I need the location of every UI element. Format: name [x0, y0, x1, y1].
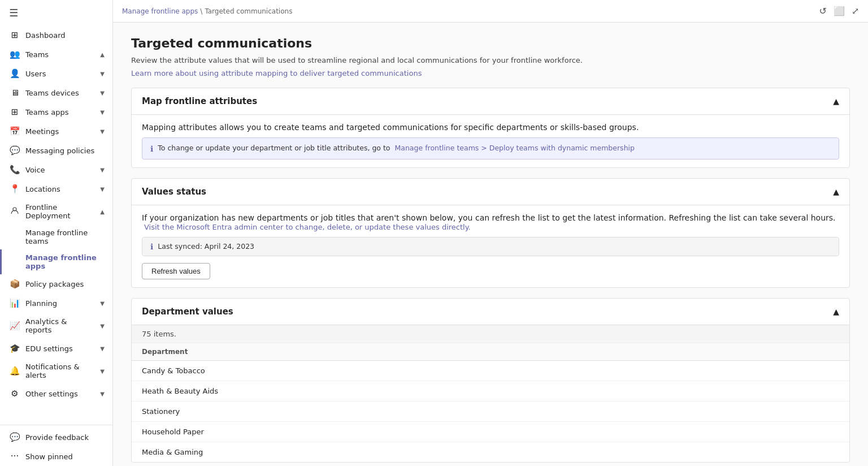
sync-text: Last synced: April 24, 2023 [158, 242, 254, 251]
sidebar-item-analytics[interactable]: 📈 Analytics & reports ▼ [0, 313, 112, 339]
sidebar-item-label: EDU settings [25, 344, 94, 353]
voice-icon: 📞 [10, 165, 20, 175]
dashboard-icon: ⊞ [10, 30, 20, 40]
sidebar-item-locations[interactable]: 📍 Locations ▼ [0, 179, 112, 199]
map-attributes-body: Mapping attributes allows you to create … [132, 115, 849, 167]
info-text: To change or update your department or j… [158, 144, 635, 152]
users-icon: 👤 [10, 68, 20, 79]
pinned-icon: ··· [10, 451, 20, 461]
sidebar-item-frontline[interactable]: Frontline Deployment ▲ [0, 199, 112, 225]
sidebar-item-label: Teams devices [25, 89, 94, 97]
sidebar-item-label: Analytics & reports [25, 317, 94, 334]
policy-icon: 📦 [10, 279, 20, 289]
entra-link[interactable]: Visit the Microsoft Entra admin center t… [144, 223, 471, 231]
expand-icon[interactable]: ⤢ [852, 6, 859, 16]
sidebar-item-dashboard[interactable]: ⊞ Dashboard [0, 25, 112, 45]
devices-icon: 🖥 [10, 88, 20, 98]
dept-cell: Household Paper [132, 421, 849, 442]
sidebar-item-notifications[interactable]: 🔔 Notifications & alerts ▼ [0, 358, 112, 384]
sidebar-item-label: Show pinned [25, 452, 105, 461]
sidebar-item-label: Dashboard [25, 31, 105, 40]
map-attributes-desc: Mapping attributes allows you to create … [142, 123, 839, 132]
window-icon[interactable]: ⬜ [834, 6, 845, 16]
table-row: Candy & Tobacco [132, 360, 849, 381]
sidebar-item-other-settings[interactable]: ⚙ Other settings ▼ [0, 384, 112, 403]
info-icon: ℹ [150, 144, 153, 153]
values-status-body: If your organization has new departments… [132, 205, 849, 287]
sidebar-item-label: Voice [25, 166, 94, 174]
settings-icon: ⚙ [10, 389, 20, 399]
sidebar-item-teams[interactable]: 👥 Teams ▲ [0, 45, 112, 64]
table-row: Media & Gaming [132, 442, 849, 462]
sidebar-item-label: Teams [25, 50, 94, 59]
frontline-icon [10, 206, 20, 217]
sidebar-item-show-pinned[interactable]: ··· Show pinned [0, 447, 112, 466]
hamburger-menu[interactable]: ☰ [0, 0, 112, 25]
sidebar-item-label: Frontline Deployment [25, 203, 94, 220]
sidebar-item-teams-apps[interactable]: ⊞ Teams apps ▼ [0, 102, 112, 122]
sidebar-item-messaging[interactable]: 💬 Messaging policies [0, 141, 112, 160]
sidebar-sub-manage-frontline-teams[interactable]: Manage frontline teams [0, 225, 112, 249]
table-row: Household Paper [132, 421, 849, 442]
map-attributes-section: Map frontline attributes ▲ Mapping attri… [131, 88, 850, 168]
dept-column-header: Department [132, 343, 849, 361]
sidebar-item-voice[interactable]: 📞 Voice ▼ [0, 160, 112, 179]
chevron-up-icon: ▲ [100, 209, 105, 215]
edu-icon: 🎓 [10, 343, 20, 353]
breadcrumb-parent[interactable]: Manage frontline apps [122, 7, 198, 15]
apps-icon: ⊞ [10, 107, 20, 117]
chevron-down-icon: ▼ [100, 109, 105, 115]
sidebar-item-meetings[interactable]: 📅 Meetings ▼ [0, 122, 112, 141]
page-title: Targeted communications [131, 36, 850, 50]
dept-cell: Heath & Beauty Aids [132, 381, 849, 401]
feedback-icon: 💬 [10, 432, 20, 442]
sidebar-item-label: Messaging policies [25, 146, 105, 155]
sidebar-item-planning[interactable]: 📊 Planning ▼ [0, 294, 112, 313]
table-row: Heath & Beauty Aids [132, 381, 849, 401]
meetings-icon: 📅 [10, 126, 20, 136]
sidebar-item-policy-packages[interactable]: 📦 Policy packages [0, 274, 112, 294]
history-icon[interactable]: ↺ [819, 6, 827, 16]
values-status-header[interactable]: Values status ▲ [132, 179, 849, 205]
planning-icon: 📊 [10, 298, 20, 308]
sync-icon: ℹ [150, 242, 153, 251]
topbar: Manage frontline apps \ Targeted communi… [113, 0, 868, 23]
dept-cell: Candy & Tobacco [132, 360, 849, 381]
collapse-icon: ▲ [833, 187, 839, 196]
table-row: Stationery [132, 401, 849, 421]
learn-more-link[interactable]: Learn more about using attribute mapping… [131, 69, 422, 77]
analytics-icon: 📈 [10, 321, 20, 331]
dept-cell: Stationery [132, 401, 849, 421]
page-description: Review the attribute values that will be… [131, 55, 850, 66]
department-values-header[interactable]: Department values ▲ [132, 299, 849, 325]
department-count: 75 items. [132, 325, 849, 343]
info-banner: ℹ To change or update your department or… [142, 137, 839, 159]
sidebar-item-label: Users [25, 70, 94, 78]
main-content: Manage frontline apps \ Targeted communi… [113, 0, 868, 466]
sidebar: ☰ ⊞ Dashboard 👥 Teams ▲ 👤 Users ▼ 🖥 Team… [0, 0, 113, 466]
sidebar-item-teams-devices[interactable]: 🖥 Teams devices ▼ [0, 83, 112, 102]
teams-icon: 👥 [10, 49, 20, 59]
info-link[interactable]: Manage frontline teams > Deploy teams wi… [395, 144, 635, 152]
department-table-wrapper[interactable]: Department Candy & TobaccoHeath & Beauty… [132, 343, 849, 462]
map-attributes-header[interactable]: Map frontline attributes ▲ [132, 88, 849, 115]
values-status-desc: If your organization has new departments… [142, 213, 839, 231]
messaging-icon: 💬 [10, 145, 20, 156]
refresh-values-button[interactable]: Refresh values [142, 263, 210, 279]
sidebar-item-label: Teams apps [25, 108, 94, 116]
sidebar-item-label: Provide feedback [25, 433, 105, 442]
chevron-down-icon: ▼ [100, 71, 105, 77]
topbar-actions: ↺ ⬜ ⤢ [819, 6, 859, 16]
sidebar-sub-manage-frontline-apps[interactable]: Manage frontline apps [0, 249, 112, 274]
values-status-section: Values status ▲ If your organization has… [131, 178, 850, 288]
content-area: Targeted communications Review the attri… [113, 23, 868, 466]
sidebar-item-edu[interactable]: 🎓 EDU settings ▼ [0, 339, 112, 358]
collapse-icon: ▲ [833, 307, 839, 316]
footer-actions: Close [131, 463, 850, 467]
map-attributes-title: Map frontline attributes [142, 96, 257, 106]
breadcrumb-current: Targeted communications [205, 7, 292, 15]
chevron-down-icon: ▼ [100, 167, 105, 173]
chevron-down-icon: ▼ [100, 90, 105, 96]
sidebar-item-users[interactable]: 👤 Users ▼ [0, 64, 112, 83]
sidebar-item-feedback[interactable]: 💬 Provide feedback [0, 428, 112, 447]
